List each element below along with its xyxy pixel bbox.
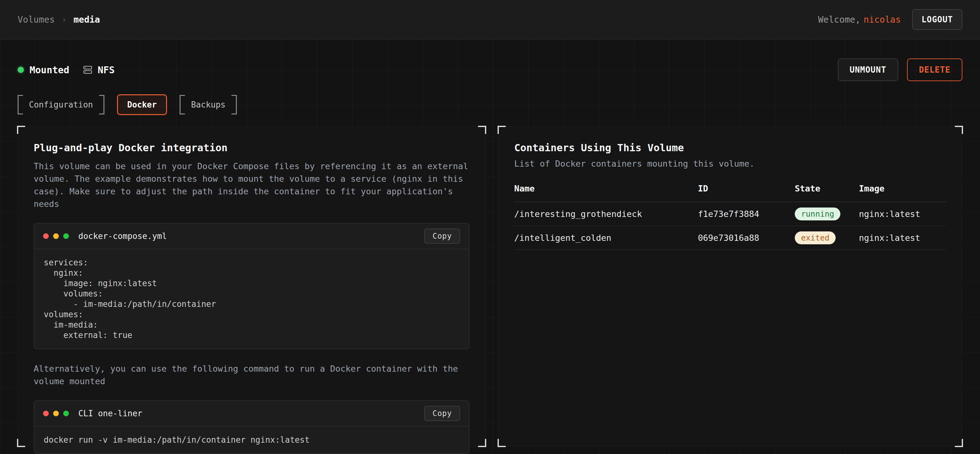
main-content: Mounted NFS UNMOUNT DELETE Configuration… xyxy=(0,59,980,446)
window-dot-green-icon xyxy=(63,411,69,416)
breadcrumb-volumes-link[interactable]: Volumes xyxy=(18,14,55,25)
container-image: nginx:latest xyxy=(859,209,947,219)
corner-bracket xyxy=(478,439,486,447)
container-id: 069e73016a88 xyxy=(698,233,795,243)
mounted-label: Mounted xyxy=(30,65,69,75)
status-badge: exited xyxy=(795,232,836,244)
delete-button[interactable]: DELETE xyxy=(907,59,963,81)
tab-configuration[interactable]: Configuration xyxy=(18,95,104,114)
breadcrumb: Volumes › media xyxy=(18,14,100,25)
compose-code-block: docker-compose.yml Copy services: nginx:… xyxy=(33,223,469,349)
cli-intro-text: Alternatively, you can use the following… xyxy=(33,362,469,388)
server-icon xyxy=(83,65,92,75)
corner-bracket xyxy=(498,439,506,447)
cli-copy-button[interactable]: Copy xyxy=(424,406,460,421)
containers-panel-title: Containers Using This Volume xyxy=(514,142,947,154)
docker-panel-description: This volume can be used in your Docker C… xyxy=(33,160,469,210)
containers-table: Name ID State Image /interesting_grothen… xyxy=(514,184,947,250)
table-header-row: Name ID State Image xyxy=(514,184,947,202)
window-dot-yellow-icon xyxy=(53,233,59,239)
volume-type: NFS xyxy=(83,65,115,75)
cli-code-header: CLI one-liner Copy xyxy=(34,401,469,427)
compose-filename: docker-compose.yml xyxy=(78,232,167,241)
container-name: /intelligent_colden xyxy=(514,233,698,243)
corner-bracket xyxy=(478,126,486,134)
volume-actions: UNMOUNT DELETE xyxy=(838,59,963,81)
panels: Plug-and-play Docker integration This vo… xyxy=(18,126,963,446)
window-dot-green-icon xyxy=(63,233,69,239)
window-dot-red-icon xyxy=(43,411,49,416)
corner-bracket xyxy=(498,126,506,134)
column-header-state: State xyxy=(795,184,859,194)
window-dot-yellow-icon xyxy=(53,411,59,416)
cli-code: docker run -v im-media:/path/in/containe… xyxy=(34,427,469,453)
mounted-status-dot-icon xyxy=(18,67,24,73)
corner-bracket xyxy=(17,126,25,134)
column-header-id: ID xyxy=(698,184,795,194)
corner-bracket xyxy=(955,439,963,447)
cli-filename: CLI one-liner xyxy=(78,409,142,418)
volume-status-row: Mounted NFS UNMOUNT DELETE xyxy=(18,59,963,81)
tab-bar: Configuration Docker Backups xyxy=(18,94,963,115)
volume-status: Mounted NFS xyxy=(18,65,115,75)
compose-copy-button[interactable]: Copy xyxy=(424,229,460,244)
welcome-text: Welcome,nicolas xyxy=(818,14,901,25)
window-dot-red-icon xyxy=(43,233,49,239)
column-header-name: Name xyxy=(514,184,698,194)
breadcrumb-current: media xyxy=(73,14,100,25)
table-row: /intelligent_colden 069e73016a88 exited … xyxy=(514,226,947,250)
logout-button[interactable]: LOGOUT xyxy=(912,9,963,30)
column-header-image: Image xyxy=(859,184,947,194)
header-right: Welcome,nicolas LOGOUT xyxy=(818,9,963,30)
container-name: /interesting_grothendieck xyxy=(514,209,698,219)
tab-docker[interactable]: Docker xyxy=(117,94,167,115)
nfs-label: NFS xyxy=(97,65,115,75)
cli-code-block: CLI one-liner Copy docker run -v im-medi… xyxy=(33,400,469,454)
status-badge: running xyxy=(795,208,840,221)
tab-backups[interactable]: Backups xyxy=(180,95,237,114)
mounted-status: Mounted xyxy=(18,65,69,75)
container-id: f1e73e7f3884 xyxy=(698,209,795,219)
corner-bracket xyxy=(955,126,963,134)
compose-code-header: docker-compose.yml Copy xyxy=(34,224,469,249)
docker-integration-panel: Plug-and-play Docker integration This vo… xyxy=(18,126,485,446)
username: nicolas xyxy=(864,14,901,25)
compose-code: services: nginx: image: nginx:latest vol… xyxy=(34,249,469,349)
docker-panel-title: Plug-and-play Docker integration xyxy=(33,142,469,154)
containers-panel: Containers Using This Volume List of Doc… xyxy=(498,126,963,446)
unmount-button[interactable]: UNMOUNT xyxy=(838,59,899,81)
breadcrumb-separator-icon: › xyxy=(62,15,67,24)
container-image: nginx:latest xyxy=(859,233,947,243)
containers-panel-subtitle: List of Docker containers mounting this … xyxy=(514,159,947,168)
corner-bracket xyxy=(17,439,25,447)
top-bar: Volumes › media Welcome,nicolas LOGOUT xyxy=(0,0,980,40)
table-row: /interesting_grothendieck f1e73e7f3884 r… xyxy=(514,202,947,226)
welcome-prefix: Welcome, xyxy=(818,14,861,25)
